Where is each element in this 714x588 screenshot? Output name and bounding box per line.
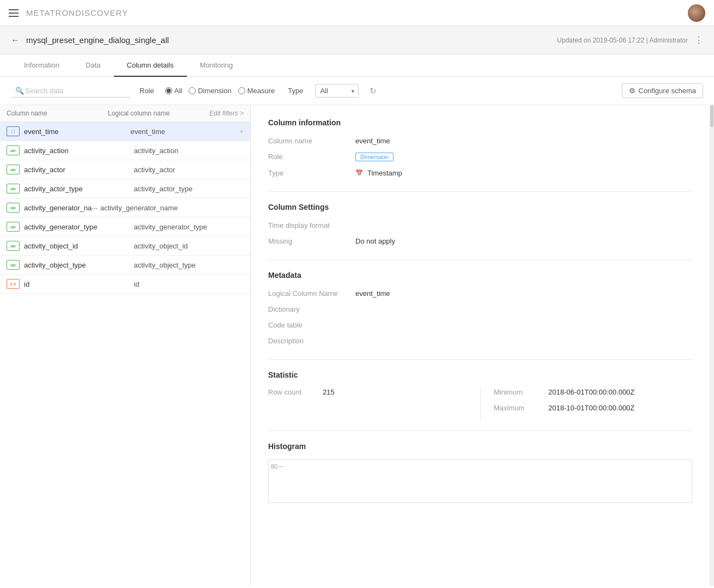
column-info-grid: Column name event_time Role Dimension Ty… <box>268 136 692 178</box>
configure-schema-label: Configure schema <box>639 87 697 95</box>
logical-name-cell: id <box>134 280 244 288</box>
tab-information[interactable]: Information <box>11 54 72 77</box>
column-list: □ event_time event_time + ab activity_ac… <box>0 122 250 586</box>
missing-label: Missing <box>268 236 355 246</box>
string-icon: ab <box>7 222 20 232</box>
column-settings-section-title: Column Settings <box>268 203 692 211</box>
search-icon: 🔍 <box>15 87 24 95</box>
row-count-value: 215 <box>323 388 335 396</box>
column-name-cell: activity_actor_type <box>24 185 134 193</box>
metadata-grid: Logical Column Name event_time Dictionar… <box>268 288 692 346</box>
minimum-value: 2018-06-01T00:00:00.000Z <box>548 388 634 396</box>
avatar[interactable] <box>688 4 705 22</box>
scrollbar-track[interactable] <box>710 105 714 586</box>
string-icon: ab <box>7 184 20 193</box>
column-info-section-title: Column information <box>268 118 692 127</box>
type-select-wrapper: All String Integer Timestamp Double ▼ <box>315 84 359 98</box>
row-count-stat: Row count 215 <box>268 388 467 396</box>
back-button[interactable]: ← <box>11 35 20 45</box>
statistic-grid: Row count 215 Minimum 2018-06-01T00:00:0… <box>268 388 692 420</box>
logical-name-cell: activity_generator_name <box>100 204 244 212</box>
histogram-section-title: Histogram <box>268 442 692 451</box>
brand-name-bold: METATRON <box>26 8 75 17</box>
table-row[interactable]: □ event_time event_time + <box>0 122 250 141</box>
table-row[interactable]: ab activity_object_id activity_object_id <box>0 237 250 256</box>
maximum-stat: Maximum 2018-10-01T00:00:00.000Z <box>494 404 692 412</box>
description-value <box>355 336 692 346</box>
role-radio-group: All Dimension Measure <box>165 87 275 95</box>
table-row[interactable]: #.# id id <box>0 275 250 294</box>
role-dimension-radio[interactable]: Dimension <box>189 87 231 95</box>
role-label: Role <box>140 87 154 95</box>
minimum-label: Minimum <box>494 388 548 396</box>
column-name-cell: activity_object_id <box>24 242 134 250</box>
configure-schema-button[interactable]: ⚙ Configure schema <box>622 83 704 98</box>
table-row[interactable]: ab activity_action activity_action <box>0 141 250 160</box>
column-name-cell: activity_object_type <box>24 261 134 269</box>
metadata-section-title: Metadata <box>268 271 692 280</box>
refresh-button[interactable]: ↻ <box>370 86 377 96</box>
search-input[interactable] <box>11 84 131 98</box>
logical-name-cell: activity_generator_type <box>134 223 244 231</box>
tab-bar: Information Data Column details Monitori… <box>0 54 714 77</box>
tab-monitoring[interactable]: Monitoring <box>187 54 246 77</box>
content-split: Column name Logical column name Edit fil… <box>0 105 714 586</box>
column-panel: Column name Logical column name Edit fil… <box>0 105 251 586</box>
brand-name-light: DISCOVERY <box>75 8 128 17</box>
logical-column-name-value: event_time <box>355 288 692 299</box>
timestamp-icon: □ <box>7 126 20 136</box>
column-name-label: Column name <box>268 136 355 146</box>
string-icon: ab <box>7 165 20 174</box>
type-value-text: Timestamp <box>367 169 402 177</box>
table-row[interactable]: ab activity_actor activity_actor <box>0 160 250 179</box>
tab-column-details[interactable]: Column details <box>114 54 187 77</box>
maximum-value: 2018-10-01T00:00:00.000Z <box>548 404 634 412</box>
edit-filters-button[interactable]: Edit filters > <box>209 110 244 117</box>
brand-logo: METATRONDISCOVERY <box>26 8 128 17</box>
logical-name-cell: event_time <box>130 128 237 136</box>
stat-left-col: Row count 215 <box>268 388 480 420</box>
description-label: Description <box>268 336 355 346</box>
dictionary-value <box>355 304 692 314</box>
type-select[interactable]: All String Integer Timestamp Double <box>315 84 359 98</box>
section-divider-2 <box>268 259 692 260</box>
role-label-field: Role <box>268 151 355 162</box>
logical-name-cell: activity_actor <box>134 166 244 174</box>
minimum-stat: Minimum 2018-06-01T00:00:00.000Z <box>494 388 692 396</box>
scrollbar-thumb[interactable] <box>710 105 713 127</box>
column-name-cell: activity_actor <box>24 166 134 174</box>
role-all-radio[interactable]: All <box>165 87 182 95</box>
role-all-label: All <box>174 87 182 95</box>
maximum-label: Maximum <box>494 404 548 412</box>
histogram-y-label: 80 ─ <box>271 463 283 470</box>
logical-name-cell: activity_action <box>134 147 244 155</box>
table-row[interactable]: ab activity_actor_type activity_actor_ty… <box>0 179 250 198</box>
string-icon: ab <box>7 146 20 155</box>
tab-data[interactable]: Data <box>72 54 113 77</box>
logical-name-cell: activity_object_id <box>134 242 244 250</box>
column-settings-grid: Time display format Missing Do not apply <box>268 220 692 246</box>
number-icon: #.# <box>7 279 20 289</box>
role-measure-label: Measure <box>247 87 275 95</box>
table-row[interactable]: ab activity_generator_na··· activity_gen… <box>0 198 250 217</box>
column-list-header: Column name Logical column name Edit fil… <box>0 105 250 122</box>
hamburger-menu[interactable] <box>9 9 19 17</box>
role-measure-radio[interactable]: Measure <box>238 87 275 95</box>
table-row[interactable]: ab activity_generator_type activity_gene… <box>0 217 250 237</box>
dimension-badge: Dimension <box>355 153 394 161</box>
statistic-section-title: Statistic <box>268 371 692 379</box>
gear-icon: ⚙ <box>629 87 636 95</box>
column-name-value: event_time <box>355 136 692 146</box>
top-nav: METATRONDISCOVERY <box>0 0 714 26</box>
histogram-chart: 80 ─ <box>268 459 692 503</box>
more-options-button[interactable]: ⋮ <box>694 35 703 45</box>
code-table-value <box>355 320 692 330</box>
code-table-label: Code table <box>268 320 355 330</box>
missing-value: Do not apply <box>355 236 692 246</box>
detail-panel: Column information Column name event_tim… <box>251 105 710 586</box>
string-icon: ab <box>7 260 20 270</box>
page-meta: Updated on 2019-05-06 17:22 | Administra… <box>557 37 688 44</box>
add-column-button[interactable]: + <box>239 127 244 136</box>
time-display-format-label: Time display format <box>268 220 355 231</box>
table-row[interactable]: ab activity_object_type activity_object_… <box>0 256 250 275</box>
